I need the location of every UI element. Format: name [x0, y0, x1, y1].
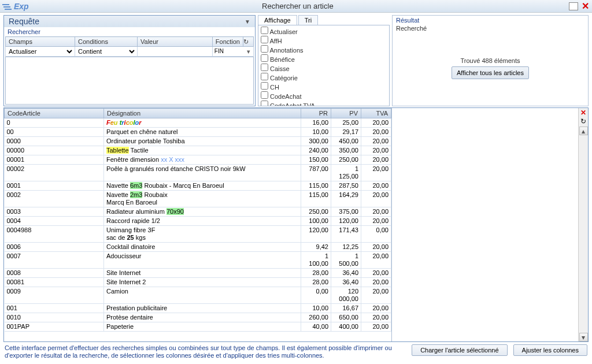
- refresh-icon[interactable]: ↻: [579, 117, 588, 125]
- query-panel: Requête▼ Rechercher Champs Conditions Va…: [3, 15, 256, 106]
- query-title: Requête: [9, 17, 39, 26]
- display-panel: Affichage Tri Actualiser AffH Annotation…: [258, 15, 390, 106]
- title-bar: Exp Rechercher un article ✕: [0, 0, 592, 13]
- check-annotations[interactable]: [261, 45, 268, 53]
- load-article-button[interactable]: Charger l'article sélectionné: [412, 344, 507, 356]
- dropdown-icon[interactable]: ▼: [245, 18, 250, 25]
- check-caisse[interactable]: [261, 64, 268, 71]
- table-row[interactable]: 0001Navette 6m3 Roubaix - Marcq En Baroe…: [5, 181, 391, 191]
- col-pv[interactable]: PV: [331, 109, 361, 118]
- table-row[interactable]: 0007Adoucisseur1100,001500,0020,00: [5, 252, 391, 269]
- table-row[interactable]: 00000Tablette Tactile240,00350,0020,00: [5, 146, 391, 155]
- table-row[interactable]: 0004Raccord rapide 1/2100,00120,0020,00: [5, 217, 391, 226]
- table-row[interactable]: 0000Ordinateur portable Toshiba300,00450…: [5, 137, 391, 146]
- footer: Cette interface permet d'effectuer des r…: [0, 342, 592, 362]
- scrollbar[interactable]: ✕ ↻ ▴ ▾: [578, 108, 588, 341]
- help-text: Cette interface permet d'effectuer des r…: [5, 344, 406, 359]
- check-actualiser[interactable]: [261, 27, 268, 34]
- minimize-button[interactable]: [569, 2, 578, 10]
- table-row[interactable]: 0002Navette 2m3 RoubaixMarcq En Baroeul1…: [5, 191, 391, 207]
- table-row[interactable]: 00081Site Internet 228,0036,4020,00: [5, 278, 391, 287]
- window-title: Rechercher un article: [29, 2, 567, 10]
- result-panel: Résultat Recherché Trouvé 488 éléments A…: [392, 15, 589, 106]
- refresh-icon[interactable]: ↻: [243, 37, 254, 47]
- col-tva[interactable]: TVA: [361, 109, 391, 118]
- show-all-button[interactable]: Afficher tous les articles: [452, 66, 529, 79]
- chevron-down-icon[interactable]: ▾: [245, 48, 253, 55]
- check-codeachattva[interactable]: [261, 101, 268, 106]
- preview-panel: ✕ ↻ ▴ ▾: [391, 108, 588, 341]
- col-codearticle[interactable]: CodeArticle: [5, 109, 104, 118]
- scroll-up-icon[interactable]: ▴: [579, 127, 588, 135]
- table-row[interactable]: 001PAPPapeterie40,00400,0020,00: [5, 322, 391, 332]
- scroll-down-icon[interactable]: ▾: [579, 333, 588, 341]
- table-row[interactable]: 0Feu tricolor16,0025,0020,00: [5, 118, 391, 128]
- conditions-select[interactable]: Contient: [76, 47, 136, 55]
- table-row[interactable]: 00002Poêle à granulés rond étanche CRIST…: [5, 165, 391, 181]
- app-name: Exp: [14, 2, 29, 11]
- header-valeur[interactable]: Valeur: [138, 37, 213, 47]
- header-conditions[interactable]: Conditions: [75, 37, 138, 47]
- col-pr[interactable]: PR: [301, 109, 331, 118]
- table-row[interactable]: 0004988Unimang fibre 3Fsac de 25 kgs120,…: [5, 226, 391, 243]
- data-grid: CodeArticle Désignation PR PV TVA 0Feu t…: [3, 107, 589, 342]
- query-subtitle: Rechercher: [4, 27, 255, 36]
- header-fonction[interactable]: Fonction: [212, 37, 243, 47]
- app-logo-icon: [2, 3, 10, 10]
- column-checklist[interactable]: Actualiser AffH Annotations Bénéfice Cai…: [258, 25, 390, 106]
- check-ch[interactable]: [261, 82, 268, 90]
- champs-select[interactable]: Actualiser: [6, 47, 74, 55]
- table-row[interactable]: 00001Fenêtre dimension xx X xxx150,00250…: [5, 155, 391, 165]
- tab-affichage[interactable]: Affichage: [258, 15, 297, 25]
- check-affh[interactable]: [261, 36, 268, 43]
- table-row[interactable]: 0008Site Internet28,0036,4020,00: [5, 269, 391, 278]
- result-count: Trouvé 488 éléments: [461, 57, 520, 64]
- check-categorie[interactable]: [261, 73, 268, 80]
- table-row[interactable]: 0003Radiateur aluminium 70x90250,00375,0…: [5, 207, 391, 217]
- header-champs[interactable]: Champs: [6, 37, 75, 47]
- clear-icon[interactable]: ✕: [579, 108, 588, 117]
- valeur-input[interactable]: [138, 47, 212, 55]
- fin-cell: FIN: [213, 48, 245, 55]
- close-button[interactable]: ✕: [580, 2, 590, 10]
- table-row[interactable]: 0010Protèse dentaire260,00650,0020,00: [5, 313, 391, 322]
- check-codeachat[interactable]: [261, 91, 268, 99]
- col-designation[interactable]: Désignation: [104, 109, 301, 118]
- tab-tri[interactable]: Tri: [298, 15, 318, 25]
- check-benefice[interactable]: [261, 54, 268, 62]
- adjust-columns-button[interactable]: Ajuster les colonnes: [513, 344, 587, 356]
- result-subtitle: Recherché: [393, 25, 588, 32]
- table-row[interactable]: 0006Cocktail dinatoire9,4212,2520,00: [5, 243, 391, 252]
- result-title: Résultat: [393, 16, 588, 25]
- table-row[interactable]: 0009Camion0,00120000,0020,00: [5, 287, 391, 304]
- table-row[interactable]: 001Prestation publicitaire10,0016,6720,0…: [5, 304, 391, 313]
- table-row[interactable]: 00Parquet en chêne naturel10,0029,1720,0…: [5, 128, 391, 137]
- query-results-area: [5, 57, 254, 105]
